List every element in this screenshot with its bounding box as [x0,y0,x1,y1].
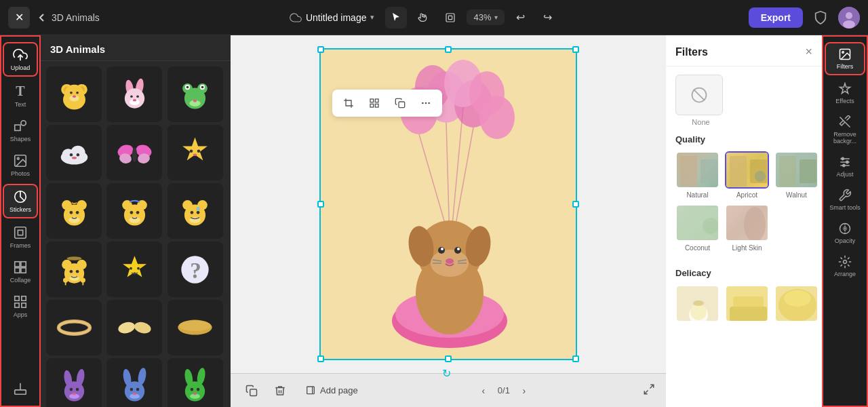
svg-rect-18 [22,296,26,301]
handle-bottom-right[interactable] [572,355,579,362]
sticker-oval[interactable] [167,300,223,355]
svg-point-115 [136,387,140,391]
filter-walnut[interactable]: Walnut [774,151,818,199]
frame-tool[interactable] [439,7,461,28]
right-item-smart-tools[interactable]: Smart tools [825,185,865,215]
export-button[interactable]: Export [749,7,803,28]
sidebar-item-text[interactable]: T Text [3,79,38,112]
right-item-remove-bg[interactable]: Remove backgr... [825,111,865,149]
sticker-rabbit[interactable] [106,66,162,122]
filter-walnut-thumb[interactable] [774,151,818,189]
svg-point-52 [69,153,73,156]
document-name[interactable]: Untitled image ▾ [290,12,375,24]
handle-left-mid[interactable] [317,201,324,208]
shield-button[interactable] [810,7,831,28]
sticker-frog[interactable] [167,66,223,122]
filter-delicacy3-thumb[interactable] [774,285,818,322]
canvas-delete-button[interactable] [270,381,290,401]
handle-right-mid[interactable] [572,201,579,208]
sticker-question[interactable]: ? [167,241,223,297]
handle-top-left[interactable] [317,46,324,53]
sidebar-item-bottom[interactable] [3,377,38,400]
filter-coconut[interactable]: Coconut [675,204,719,252]
filter-coconut-thumb[interactable] [675,204,719,241]
remove-bg-icon [838,115,852,129]
handle-bottom-left[interactable] [317,355,324,362]
filter-apricot[interactable]: Apricot [725,151,769,199]
undo-button[interactable]: ↩ [510,7,532,28]
right-item-effects[interactable]: Effects [825,78,865,109]
filter-lightskin-thumb[interactable] [725,204,769,241]
prev-page-button[interactable]: ‹ [475,382,492,400]
svg-point-67 [69,211,73,214]
filters-close-button[interactable]: × [805,45,812,59]
filter-delicacy3[interactable] [774,285,818,325]
back-button[interactable]: 3D Animals [37,12,100,23]
pointer-tool[interactable] [385,7,407,28]
sticker-purple-bunny1[interactable] [46,358,102,407]
svg-point-31 [76,91,79,94]
filter-delicacy1[interactable] [675,285,719,325]
sticker-yellow-bear1[interactable] [46,183,102,239]
sticker-seeds[interactable] [106,300,162,355]
grid-tool-button[interactable] [365,94,384,113]
sticker-angel-bear[interactable] [46,241,102,297]
add-page-button[interactable]: Add page [298,381,365,400]
more-options-button[interactable] [416,94,435,113]
right-item-adjust[interactable]: Adjust [825,151,865,182]
svg-point-116 [133,392,137,395]
zoom-control[interactable]: 43% ▾ [467,9,504,25]
svg-point-160 [457,248,460,250]
hand-tool[interactable] [412,7,434,28]
cloud-svg [56,138,93,168]
sidebar-item-stickers[interactable]: Stickers [3,184,38,218]
sidebar-item-photos[interactable]: Photos [3,149,38,181]
no-filter-icon [690,85,709,104]
handle-top-right[interactable] [572,46,579,53]
svg-point-204 [843,164,845,166]
trash-icon [274,385,286,397]
rotate-handle[interactable]: ↻ [442,367,454,379]
sticker-yellow-bear2[interactable] [106,183,162,239]
filter-lightskin[interactable]: Light Skin [725,204,769,252]
filter-delicacy1-thumb[interactable] [675,285,719,322]
expand-button[interactable] [643,383,655,398]
copy-canvas-button[interactable] [391,94,410,113]
right-item-arrange[interactable]: Arrange [825,251,865,282]
sidebar-item-apps[interactable]: Apps [3,290,38,322]
sticker-panel: 3D Animals [41,35,231,407]
filter-delicacy2-thumb[interactable] [725,285,769,322]
sticker-star[interactable] [167,125,223,180]
handle-top-mid[interactable] [445,46,452,53]
sticker-bear[interactable] [46,66,102,122]
filter-natural[interactable]: Natural [675,151,719,199]
sidebar-item-upload[interactable]: Upload [3,42,38,77]
filter-delicacy2[interactable] [725,285,769,325]
crop-tool-button[interactable] [339,94,358,113]
sticker-ring[interactable] [46,300,102,355]
app-logo[interactable]: ✕ [8,7,30,28]
sticker-cloud[interactable] [46,125,102,180]
canvas-copy-button[interactable] [241,381,262,401]
user-avatar[interactable] [838,7,860,28]
sticker-3d-star[interactable] [106,241,162,297]
next-page-button[interactable]: › [515,382,533,400]
filter-apricot-thumb[interactable] [725,151,769,189]
handle-bottom-mid[interactable] [445,355,452,362]
sidebar-item-frames[interactable]: Frames [3,221,38,253]
sticker-butterfly[interactable] [106,125,162,180]
sidebar-item-collage[interactable]: Collage [3,256,38,288]
sidebar-item-shapes[interactable]: Shapes [3,115,38,147]
filter-natural-thumb[interactable] [675,151,719,189]
right-item-filters[interactable]: Filters [825,42,865,75]
yellow-bear2-svg [116,193,153,230]
sticker-yellow-bear3[interactable] [167,183,223,239]
sticker-purple-bunny2[interactable] [106,358,162,407]
right-item-opacity[interactable]: Opacity [825,218,865,248]
redo-button[interactable]: ↪ [537,7,559,28]
filter-none-box[interactable] [675,75,723,115]
filter-none-section: None [666,66,822,126]
svg-point-47 [201,85,204,88]
filter-none[interactable]: None [675,75,726,126]
sticker-green-bunny[interactable] [167,358,223,407]
